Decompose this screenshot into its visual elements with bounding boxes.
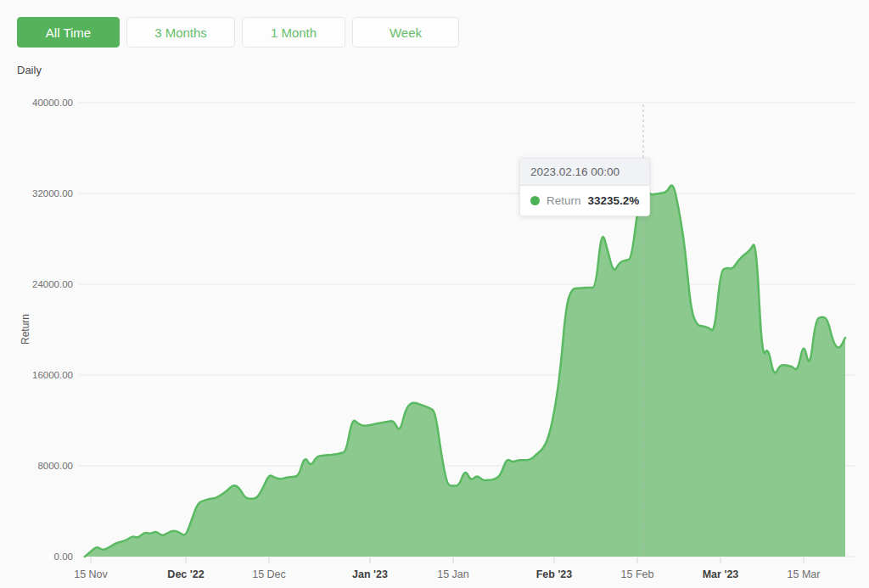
x-tick-label: 15 Feb [621,568,654,580]
y-tick-label: 8000.00 [37,461,73,471]
x-tick-label: Jan '23 [352,568,388,580]
y-tick-label: 24000.00 [32,279,73,289]
x-tick-label: 15 Jan [437,568,469,580]
x-tick-label: 15 Nov [74,568,108,580]
series-dot-icon [530,196,540,205]
y-tick-label: 32000.00 [32,188,73,199]
return-area-chart[interactable]: 0.008000.0016000.0024000.0032000.0040000… [0,0,869,588]
x-tick-label: Feb '23 [536,568,573,580]
area-fill [85,185,845,557]
x-tick-label: 15 Mar [788,568,821,580]
y-tick-label: 40000.00 [32,98,73,108]
x-tick-label: Mar '23 [703,568,739,580]
chart-tooltip: 2023.02.16 00:00 Return 33235.2% [519,158,650,216]
performance-page: All Time3 Months1 MonthWeek Daily Return… [0,0,869,588]
tooltip-series-label: Return [547,194,581,207]
x-tick-label: Dec '22 [167,568,204,580]
y-tick-label: 0.00 [54,552,73,562]
tooltip-body: Return 33235.2% [520,186,649,216]
tooltip-value: 33235.2% [588,194,640,207]
x-tick-label: 15 Dec [252,568,286,580]
tooltip-date: 2023.02.16 00:00 [520,159,649,186]
y-tick-label: 16000.00 [32,370,73,380]
